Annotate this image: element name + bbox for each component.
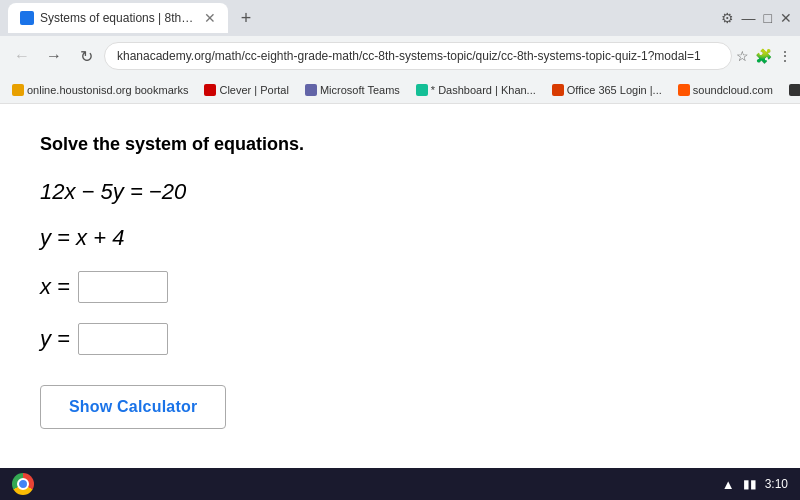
address-bar[interactable] [104,42,732,70]
y-input[interactable] [78,323,168,355]
bookmark-icon [305,84,317,96]
active-tab[interactable]: Systems of equations | 8th grad... ✕ [8,3,228,33]
bookmark-label: Office 365 Login |... [567,84,662,96]
bookmark-houstonisd[interactable]: online.houstonisd.org bookmarks [8,82,192,98]
x-input[interactable] [78,271,168,303]
tab-close-button[interactable]: ✕ [204,10,216,26]
y-label: y = [40,326,70,352]
tab-favicon [20,11,34,25]
bookmark-teams[interactable]: Microsoft Teams [301,82,404,98]
battery-icon: ▮▮ [743,477,757,491]
y-input-row: y = [40,323,760,355]
taskbar-right: ▲ ▮▮ 3:10 [722,477,788,492]
close-window-icon[interactable]: ✕ [780,10,792,26]
wifi-icon: ▲ [722,477,735,492]
new-tab-button[interactable]: + [232,4,260,32]
bookmarks-bar: online.houstonisd.org bookmarks Clever |… [0,76,800,104]
bookmark-label: Microsoft Teams [320,84,400,96]
bookmark-icon [416,84,428,96]
chrome-logo[interactable] [12,473,34,495]
maximize-icon[interactable]: □ [764,10,772,26]
bookmark-label: online.houstonisd.org bookmarks [27,84,188,96]
nav-right-icons: ☆ 🧩 ⋮ [736,48,792,64]
minimize-icon[interactable]: — [742,10,756,26]
forward-button[interactable]: → [40,42,68,70]
bookmark-clever[interactable]: Clever | Portal [200,82,293,98]
taskbar: ▲ ▮▮ 3:10 [0,468,800,500]
problem-title: Solve the system of equations. [40,134,760,155]
bookmark-star-icon[interactable]: ☆ [736,48,749,64]
tab-right-controls: ⚙ — □ ✕ [721,10,792,26]
x-label: x = [40,274,70,300]
bookmark-icon [678,84,690,96]
equation1: 12x − 5y = −20 [40,179,760,205]
back-button[interactable]: ← [8,42,36,70]
menu-icon[interactable]: ⋮ [778,48,792,64]
extensions-icon[interactable]: 🧩 [755,48,772,64]
bookmark-label: soundcloud.com [693,84,773,96]
taskbar-left [12,473,34,495]
bookmark-office365[interactable]: Office 365 Login |... [548,82,666,98]
browser-window: Systems of equations | 8th grad... ✕ + ⚙… [0,0,800,468]
profile-icon[interactable]: ⚙ [721,10,734,26]
tab-bar: Systems of equations | 8th grad... ✕ + ⚙… [0,0,800,36]
bookmark-icon [789,84,800,96]
bookmark-icon [552,84,564,96]
equation2: y = x + 4 [40,225,760,251]
bookmark-dashboard[interactable]: * Dashboard | Khan... [412,82,540,98]
reload-button[interactable]: ↻ [72,42,100,70]
bookmark-label: Clever | Portal [219,84,289,96]
clock: 3:10 [765,477,788,491]
bookmark-label: * Dashboard | Khan... [431,84,536,96]
bookmark-comicbooks[interactable]: Comic books [785,82,800,98]
x-input-row: x = [40,271,760,303]
bookmark-icon [204,84,216,96]
nav-bar: ← → ↻ ☆ 🧩 ⋮ [0,36,800,76]
show-calculator-button[interactable]: Show Calculator [40,385,226,429]
tab-title: Systems of equations | 8th grad... [40,11,194,25]
bookmark-icon [12,84,24,96]
bookmark-soundcloud[interactable]: soundcloud.com [674,82,777,98]
page-content: Solve the system of equations. 12x − 5y … [0,104,800,468]
